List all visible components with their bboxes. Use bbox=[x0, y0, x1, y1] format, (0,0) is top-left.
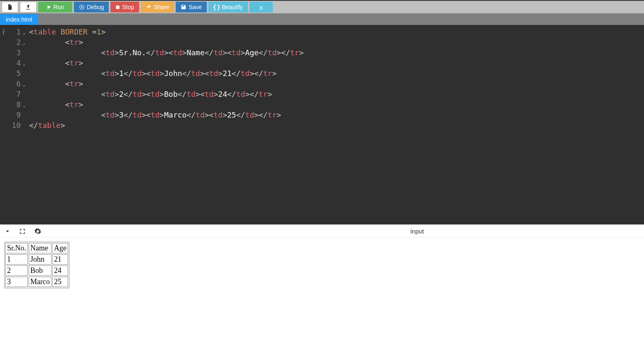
code-line[interactable]: <tr> bbox=[29, 99, 644, 110]
table-cell: 3 bbox=[5, 277, 28, 287]
code-line[interactable]: <td>3</td><td>Marco</td><td>25</td></tr> bbox=[29, 110, 644, 120]
code-editor[interactable]: 1i▾2▾34▾56▾78▾910 <table BORDER =1> <tr>… bbox=[0, 25, 644, 224]
run-label: Run bbox=[54, 4, 64, 10]
table-row: 1John21 bbox=[5, 254, 68, 265]
file-icon bbox=[7, 4, 13, 10]
table-row: Sr.No.NameAge bbox=[5, 243, 68, 253]
code-line[interactable]: <tr> bbox=[29, 58, 644, 68]
gutter-line: 6▾ bbox=[0, 79, 26, 89]
tab-label: index.html bbox=[6, 16, 32, 23]
beautify-button[interactable]: { } Beautify bbox=[208, 2, 247, 12]
upload-icon bbox=[25, 4, 32, 10]
new-file-button[interactable] bbox=[2, 2, 18, 12]
code-line[interactable]: <table BORDER =1> bbox=[29, 27, 644, 37]
save-button[interactable]: Save bbox=[176, 2, 207, 12]
svg-rect-2 bbox=[116, 5, 120, 9]
table-row: 2Bob24 bbox=[5, 265, 68, 276]
share-icon bbox=[146, 4, 152, 10]
debug-button[interactable]: Debug bbox=[74, 2, 109, 12]
download-button[interactable] bbox=[250, 2, 273, 12]
target-icon bbox=[79, 4, 85, 10]
gutter-line: 1i▾ bbox=[0, 27, 26, 37]
toolbar: Run Debug Stop Share Save { } Beautify bbox=[0, 0, 644, 13]
stop-icon bbox=[115, 5, 120, 10]
beautify-label: Beautify bbox=[222, 4, 243, 10]
gutter-line: 3 bbox=[0, 47, 26, 58]
table-cell: Bob bbox=[29, 265, 51, 276]
braces-icon: { } bbox=[213, 4, 220, 10]
table-row: 3Marco25 bbox=[5, 277, 68, 287]
gutter-line: 7 bbox=[0, 89, 26, 99]
save-label: Save bbox=[189, 4, 202, 10]
table-cell: 24 bbox=[52, 265, 68, 276]
chevron-down-icon bbox=[4, 228, 11, 235]
code-line[interactable]: </table> bbox=[29, 120, 644, 130]
settings-button[interactable] bbox=[34, 228, 42, 235]
table-cell: 21 bbox=[52, 254, 68, 265]
tab-index-html[interactable]: index.html bbox=[0, 14, 38, 25]
code-line[interactable]: <tr> bbox=[29, 37, 644, 47]
table-cell: Marco bbox=[29, 277, 51, 287]
info-icon[interactable]: i bbox=[2, 27, 5, 37]
table-cell: John bbox=[29, 254, 51, 265]
table-cell: 2 bbox=[5, 265, 28, 276]
upload-button[interactable] bbox=[20, 2, 37, 12]
input-label: input bbox=[410, 228, 424, 235]
table-cell: 1 bbox=[5, 254, 28, 265]
share-button[interactable]: Share bbox=[141, 2, 174, 12]
gutter-line: 9 bbox=[0, 110, 26, 120]
editor-code[interactable]: <table BORDER =1> <tr> <td>Sr.No.</td><t… bbox=[26, 25, 644, 224]
gutter-line: 8▾ bbox=[0, 99, 26, 110]
gutter-line: 4▾ bbox=[0, 58, 26, 68]
fullscreen-button[interactable] bbox=[19, 228, 26, 235]
output-toolbar: input bbox=[0, 225, 644, 238]
gutter-line: 5 bbox=[0, 68, 26, 79]
output-pane: Sr.No.NameAge1John212Bob243Marco25 bbox=[0, 238, 644, 292]
debug-label: Debug bbox=[87, 4, 104, 10]
table-cell: Name bbox=[29, 243, 51, 253]
table-cell: 25 bbox=[52, 277, 68, 287]
tab-bar: index.html bbox=[0, 13, 644, 25]
share-label: Share bbox=[154, 4, 169, 10]
download-icon bbox=[258, 4, 264, 10]
gutter-line: 10 bbox=[0, 120, 26, 130]
stop-label: Stop bbox=[122, 4, 134, 10]
table-cell: Sr.No. bbox=[5, 243, 28, 253]
gear-icon bbox=[34, 228, 42, 235]
table-cell: Age bbox=[52, 243, 68, 253]
code-line[interactable]: <td>Sr.No.</td><td>Name</td><td>Age</td>… bbox=[29, 47, 644, 58]
code-line[interactable]: <td>2</td><td>Bob</td><td>24</td></tr> bbox=[29, 89, 644, 99]
editor-gutter: 1i▾2▾34▾56▾78▾910 bbox=[0, 25, 26, 224]
run-button[interactable]: Run bbox=[38, 2, 72, 12]
gutter-line: 2▾ bbox=[0, 37, 26, 47]
code-line[interactable]: <td>1</td><td>John</td><td>21</td></tr> bbox=[29, 68, 644, 79]
output-table: Sr.No.NameAge1John212Bob243Marco25 bbox=[4, 242, 69, 288]
save-icon bbox=[181, 4, 186, 10]
play-icon bbox=[47, 5, 51, 10]
collapse-button[interactable] bbox=[4, 228, 11, 235]
expand-icon bbox=[19, 228, 26, 235]
svg-point-1 bbox=[81, 6, 83, 8]
code-line[interactable]: <tr> bbox=[29, 79, 644, 89]
stop-button[interactable]: Stop bbox=[110, 2, 139, 12]
